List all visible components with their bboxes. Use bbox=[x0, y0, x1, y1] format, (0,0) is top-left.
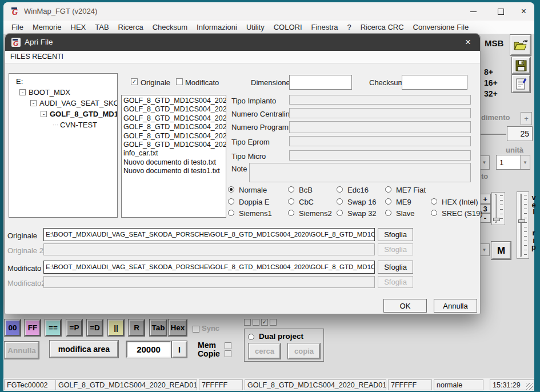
radio-me9[interactable] bbox=[385, 198, 391, 205]
radio-slave[interactable] bbox=[385, 210, 391, 216]
equals-button[interactable]: == bbox=[45, 319, 61, 336]
menu-ricerca[interactable]: Ricerca bbox=[114, 23, 148, 31]
fill-ff-button[interactable]: FF bbox=[25, 319, 41, 336]
option-checkbox-3[interactable]: ✓ bbox=[261, 319, 268, 326]
collapse-icon[interactable]: - bbox=[41, 111, 47, 117]
folder-tree[interactable]: E: -BOOT_MDX -AUDI_VAG_SEAT_SKODA_PORSCH… bbox=[9, 73, 118, 218]
collapse-icon[interactable]: - bbox=[30, 100, 37, 106]
tree-item-boot-mdx[interactable]: -BOOT_MDX bbox=[9, 87, 117, 98]
menu-file[interactable]: File bbox=[7, 23, 28, 31]
menu-hex[interactable]: HEX bbox=[66, 23, 91, 31]
close-icon[interactable]: × bbox=[456, 34, 480, 51]
sfoglia-originale-button[interactable]: Sfoglia bbox=[378, 228, 413, 241]
open-file-button[interactable] bbox=[510, 35, 531, 55]
tree-item-audi-vag[interactable]: -AUDI_VAG_SEAT_SKODA_PORSCHE bbox=[9, 98, 117, 109]
dimensione-field[interactable] bbox=[289, 75, 352, 90]
maximize-icon[interactable] bbox=[488, 2, 514, 21]
area-size-input[interactable]: 20000 bbox=[126, 341, 171, 358]
tab-button[interactable]: Tab bbox=[150, 319, 167, 336]
radio-bcb[interactable] bbox=[288, 186, 294, 193]
close-icon[interactable]: × bbox=[511, 2, 537, 21]
files-recenti-menu-item[interactable]: FILES RECENTI bbox=[10, 53, 63, 61]
list-item[interactable]: GOLF_8_GTD_MD1CS004_2020_R bbox=[123, 141, 226, 149]
menu-conversione-file[interactable]: Conversione File bbox=[409, 23, 474, 31]
ok-button[interactable]: OK bbox=[383, 299, 427, 313]
collapse-icon[interactable]: - bbox=[19, 89, 26, 95]
fill-00-button[interactable]: 00 bbox=[5, 319, 21, 336]
radio-srec[interactable] bbox=[431, 210, 437, 216]
menu-ricerca-crc[interactable]: Ricerca CRC bbox=[356, 23, 409, 31]
r-button[interactable]: R bbox=[129, 319, 145, 336]
checksum-field[interactable] bbox=[402, 75, 467, 90]
menu-checksum[interactable]: Checksum bbox=[148, 23, 192, 31]
annulla-button[interactable]: Annulla bbox=[434, 299, 477, 313]
menu-memorie[interactable]: Memorie bbox=[28, 23, 66, 31]
i-button[interactable]: I bbox=[172, 341, 187, 358]
tipo-eprom-field bbox=[289, 136, 471, 146]
small-vertical-slider[interactable] bbox=[491, 192, 505, 225]
resize-grip[interactable] bbox=[526, 383, 533, 390]
equals-p-button[interactable]: =P bbox=[66, 319, 82, 336]
pipe-button[interactable]: || bbox=[108, 319, 124, 336]
menu-utility[interactable]: Utility bbox=[242, 23, 269, 31]
zoom-slider[interactable] bbox=[481, 134, 506, 135]
m-button[interactable]: M bbox=[491, 242, 511, 259]
option-checkbox-4[interactable] bbox=[270, 319, 277, 326]
slider-thumb[interactable] bbox=[493, 218, 500, 221]
notes-button[interactable] bbox=[512, 75, 530, 93]
menu-colori[interactable]: COLORI bbox=[269, 23, 307, 31]
list-item[interactable]: GOLF_8_GTD_MD1CS004_2020_R bbox=[123, 132, 226, 141]
radio-doppia-e[interactable] bbox=[228, 198, 234, 205]
zoom-value-box[interactable]: 25 bbox=[507, 126, 533, 141]
radio-normale[interactable] bbox=[228, 186, 234, 193]
radio-siemens1[interactable] bbox=[228, 210, 234, 216]
to-label: to bbox=[481, 172, 488, 181]
modificato2-path-input bbox=[43, 276, 375, 288]
option-checkbox-2[interactable] bbox=[253, 319, 259, 326]
step-plus-button[interactable]: + bbox=[479, 194, 491, 204]
list-item[interactable]: GOLF_8_GTD_MD1CS004_2020_R bbox=[123, 123, 226, 131]
list-item[interactable]: GOLF_8_GTD_MD1CS004_2020.zip bbox=[123, 97, 226, 105]
list-item[interactable]: info_car.txt bbox=[123, 149, 226, 158]
menu-informazioni[interactable]: Informazioni bbox=[192, 23, 242, 31]
originale-path-input[interactable]: E:\BOOT_MDX\AUDI_VAG_SEAT_SKODA_PORSCHE\… bbox=[43, 228, 375, 241]
radio-swap32[interactable] bbox=[337, 210, 343, 216]
sfoglia-modificato-button[interactable]: Sfoglia bbox=[378, 261, 413, 274]
menu-help[interactable]: ? bbox=[343, 23, 356, 31]
tree-item-golf8-selected[interactable]: -GOLF_8_GTD_MD1CS004_2020 bbox=[9, 109, 117, 119]
menu-finestra[interactable]: Finestra bbox=[307, 23, 343, 31]
minimize-icon[interactable] bbox=[461, 2, 486, 21]
slider-thumb[interactable] bbox=[518, 219, 525, 223]
dual-project-radio[interactable] bbox=[248, 334, 254, 340]
mem-checkbox[interactable] bbox=[225, 342, 231, 349]
list-item[interactable]: GOLF_8_GTD_MD1CS004_2020_R bbox=[123, 114, 226, 123]
copie-checkbox[interactable] bbox=[225, 350, 231, 357]
unita-combo[interactable]: 1 ▼ bbox=[496, 155, 530, 170]
radio-me7-fiat[interactable] bbox=[385, 186, 391, 193]
radio-swap16[interactable] bbox=[337, 198, 343, 205]
radio-edc16[interactable] bbox=[337, 186, 343, 193]
modificato-checkbox[interactable] bbox=[176, 78, 183, 85]
list-item[interactable]: Nuovo documento di testo.txt bbox=[123, 158, 226, 167]
radio-cbc[interactable] bbox=[288, 198, 294, 205]
list-item[interactable]: GOLF_8_GTD_MD1CS004_2020_R bbox=[123, 105, 226, 114]
hex-button[interactable]: Hex bbox=[169, 319, 187, 336]
radio-hex-intel[interactable] bbox=[431, 198, 437, 205]
speed-vertical-slider[interactable] bbox=[517, 191, 529, 259]
list-item[interactable]: Nuovo documento di testo1.txt bbox=[123, 167, 226, 175]
zoom-plus-button[interactable]: + bbox=[521, 112, 532, 125]
save-button[interactable] bbox=[512, 57, 530, 74]
modifica-area-button[interactable]: modifica area bbox=[50, 341, 118, 358]
ingrandimento-label: dimento bbox=[481, 113, 510, 122]
radio-siemens2[interactable] bbox=[288, 210, 294, 216]
radio-cbc-label: CbC bbox=[299, 198, 314, 206]
equals-d-button[interactable]: =D bbox=[87, 319, 103, 336]
menu-tab[interactable]: TAB bbox=[90, 23, 113, 31]
tree-item-cvn-test[interactable]: ···CVN-TEST bbox=[9, 119, 117, 130]
originale-checkbox[interactable]: ✓ bbox=[131, 78, 138, 85]
chevron-down-icon[interactable]: ▼ bbox=[520, 155, 530, 169]
file-list[interactable]: GOLF_8_GTD_MD1CS004_2020.zip GOLF_8_GTD_… bbox=[121, 95, 226, 218]
tree-item-drive[interactable]: E: bbox=[9, 76, 117, 87]
option-checkbox-1[interactable] bbox=[244, 319, 251, 326]
modificato-path-input[interactable]: E:\BOOT_MDX\AUDI_VAG_SEAT_SKODA_PORSCHE\… bbox=[43, 261, 375, 274]
